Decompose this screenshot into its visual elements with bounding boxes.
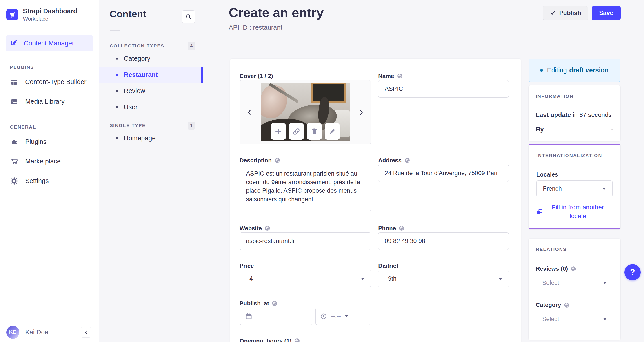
carousel-prev-button[interactable]	[240, 81, 258, 144]
layout-icon	[10, 78, 18, 86]
field-publish-at: Publish_at --:--	[240, 300, 371, 325]
subnav-item-label: Homepage	[124, 134, 156, 142]
carousel-next-button[interactable]	[352, 81, 370, 144]
workspace-name: Workplace	[23, 16, 77, 22]
subnav-item-category[interactable]: Category	[99, 50, 203, 67]
category-placeholder: Select	[542, 316, 603, 323]
name-label: Name	[378, 73, 394, 79]
price-select[interactable]: _4	[240, 270, 371, 287]
globe-icon	[274, 157, 280, 163]
help-label: ?	[630, 268, 635, 277]
sidebar-item-media-library[interactable]: Media Library	[0, 92, 99, 111]
sidebar-item-content-type-builder[interactable]: Content-Type Builder	[0, 72, 99, 92]
image-icon	[10, 97, 18, 106]
search-button[interactable]	[182, 10, 195, 23]
publish-button[interactable]: Publish	[543, 6, 588, 20]
address-input[interactable]	[378, 165, 509, 182]
by-label: By	[536, 126, 544, 133]
locale-value: French	[543, 185, 602, 192]
bullet-dot	[116, 90, 118, 92]
field-name: Name	[378, 73, 509, 144]
sidebar-item-content-manager[interactable]: Content Manager	[6, 35, 93, 52]
name-input[interactable]	[378, 80, 509, 98]
edit-asset-button[interactable]	[325, 123, 340, 140]
subnav-title: Content	[110, 9, 146, 20]
copy-link-button[interactable]	[289, 123, 304, 140]
information-panel: INFORMATION Last update in 87 seconds By…	[528, 86, 620, 141]
add-asset-button[interactable]	[271, 123, 286, 140]
chevron-down-icon	[603, 318, 607, 320]
field-description: Description ASPIC est un restaurant pari…	[240, 157, 371, 212]
draft-status-emphasis: draft version	[569, 67, 609, 74]
sidebar-item-label: Content-Type Builder	[25, 78, 86, 86]
chevron-down-icon	[603, 282, 607, 284]
collapse-sidebar-button[interactable]	[81, 327, 91, 337]
subnav-item-user[interactable]: User	[99, 99, 203, 115]
reviews-select[interactable]: Select	[536, 274, 613, 291]
globe-icon	[272, 300, 278, 306]
content-subnav: Content COLLECTION TYPES 4 Category Rest…	[99, 0, 203, 342]
field-district: District _9th	[378, 262, 509, 287]
sidebar-item-marketplace[interactable]: Marketplace	[0, 152, 99, 171]
subnav-item-homepage[interactable]: Homepage	[99, 130, 203, 146]
status-dot-icon	[540, 69, 543, 72]
publish-at-label: Publish_at	[240, 300, 269, 307]
chevron-left-icon	[84, 330, 88, 335]
bullet-dot	[116, 106, 118, 108]
field-price: Price _4	[240, 262, 371, 287]
strapi-logo-icon	[6, 9, 18, 21]
avatar[interactable]: KD	[6, 326, 19, 339]
chevron-down-icon	[345, 315, 348, 317]
phone-input[interactable]	[378, 232, 509, 250]
reviews-placeholder: Select	[542, 279, 603, 286]
copy-icon	[536, 208, 543, 215]
field-opening-hours: Opening_hours (1)	[240, 337, 371, 342]
cover-carousel	[240, 80, 371, 144]
opening-hours-label: Opening_hours (1)	[240, 337, 292, 342]
category-select[interactable]: Select	[536, 311, 613, 327]
subnav-item-restaurant[interactable]: Restaurant	[99, 67, 203, 83]
cover-actions	[271, 123, 340, 140]
publish-date-input[interactable]	[240, 307, 312, 325]
edit-pencil-icon	[328, 128, 336, 135]
gear-icon	[10, 177, 18, 185]
last-update-label: Last update	[536, 111, 571, 118]
bullet-dot	[116, 137, 118, 139]
subnav-item-label: Review	[124, 87, 145, 95]
description-textarea[interactable]: ASPIC est un restaurant parisien situé a…	[240, 165, 371, 211]
workspace-switcher[interactable]: Strapi Dashboard Workplace	[0, 0, 99, 30]
price-value: _4	[246, 275, 361, 282]
help-button[interactable]: ?	[624, 264, 641, 280]
field-cover: Cover (1 / 2)	[240, 73, 371, 144]
relations-title: RELATIONS	[536, 247, 613, 252]
fill-from-locale-link[interactable]: Fill in from another locale	[536, 203, 612, 220]
reviews-label: Reviews (0)	[536, 265, 568, 272]
subnav-item-label: User	[124, 103, 138, 111]
chevron-down-icon	[498, 278, 502, 280]
delete-asset-button[interactable]	[307, 123, 322, 140]
sidebar-item-label: Media Library	[25, 98, 65, 105]
sidebar-item-plugins[interactable]: Plugins	[0, 132, 99, 152]
website-input[interactable]	[240, 232, 371, 250]
feather-edit-icon	[10, 39, 18, 48]
plus-icon	[274, 128, 282, 135]
subnav-item-review[interactable]: Review	[99, 83, 203, 99]
save-button[interactable]: Save	[592, 6, 621, 20]
description-label: Description	[240, 157, 272, 164]
time-placeholder: --:--	[331, 313, 341, 320]
puzzle-icon	[10, 138, 18, 146]
main-sidebar: Strapi Dashboard Workplace Content Manag…	[0, 0, 99, 342]
chevron-down-icon	[602, 188, 606, 190]
locale-select[interactable]: French	[536, 180, 612, 197]
field-address: Address	[378, 157, 509, 212]
subnav-item-label: Restaurant	[124, 71, 158, 79]
entry-side-column: Editing draft version INFORMATION Last u…	[528, 59, 620, 340]
chevron-left-icon	[246, 109, 252, 116]
link-icon	[292, 128, 300, 135]
relations-panel: RELATIONS Reviews (0) Select Category Se…	[528, 239, 620, 340]
publish-time-input[interactable]: --:--	[316, 307, 371, 325]
district-select[interactable]: _9th	[378, 270, 509, 287]
check-icon	[550, 10, 556, 16]
sidebar-item-settings[interactable]: Settings	[0, 171, 99, 191]
main-content: Create an entry API ID : restaurant Publ…	[203, 0, 644, 342]
